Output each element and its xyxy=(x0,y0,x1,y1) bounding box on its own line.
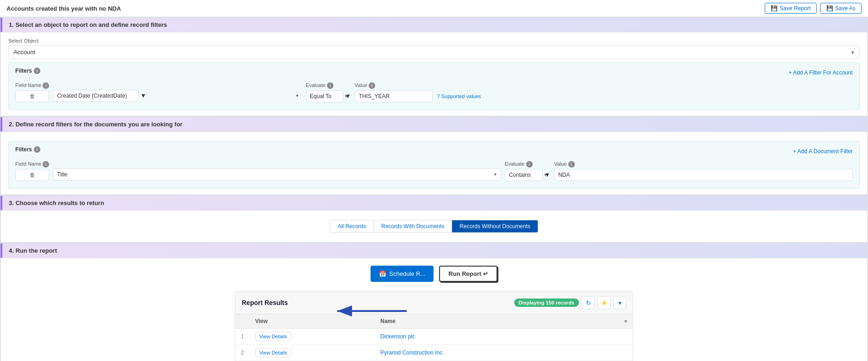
view-details-cell: View Details xyxy=(250,329,375,345)
step2-header: 2. Define record filters for the documen… xyxy=(0,117,868,131)
step2-value-info-icon[interactable]: i xyxy=(568,161,575,168)
step4-body: 📅 Schedule R... Run Report ↵ Report Resu… xyxy=(0,258,868,361)
step2-filters-bar: Filters i + Add A Document Filter Field … xyxy=(8,141,860,189)
step1-field-chevron: ▼ xyxy=(140,92,146,99)
step2-evaluate-select[interactable]: Contains xyxy=(505,169,543,181)
step2-body: Filters i + Add A Document Filter Field … xyxy=(0,131,868,195)
step1-section: 1. Select an object to report on and def… xyxy=(0,17,868,117)
step2-field-info-icon[interactable]: i xyxy=(43,161,49,168)
filters-info-icon[interactable]: i xyxy=(34,68,40,74)
step2-filter-row: Field Name i 🗑 Title ▼ xyxy=(15,161,853,181)
object-select-wrapper: Account xyxy=(8,45,860,59)
step2-delete-group: Field Name i 🗑 xyxy=(15,161,49,181)
report-results-container: Report Results Displaying 150 records ↻ … xyxy=(235,291,633,361)
step2-value-group: Value i xyxy=(554,161,853,181)
row-num: 1 xyxy=(235,329,250,345)
run-report-button[interactable]: Run Report ↵ xyxy=(439,266,497,282)
account-link[interactable]: Dickenson plc xyxy=(380,333,415,340)
step2-field-select-group: Title ▼ xyxy=(53,162,501,180)
step1-header: 1. Select an object to report on and def… xyxy=(0,18,868,32)
step3-header: 3. Choose which results to return xyxy=(0,196,868,210)
dropdown-button[interactable]: ▾ xyxy=(613,296,626,309)
step1-value-input[interactable] xyxy=(355,90,433,102)
results-table: View Name ▾ 1 View Details xyxy=(235,314,633,361)
evaluate-info-icon[interactable]: i xyxy=(327,82,333,89)
step4-header: 4. Run the report xyxy=(0,243,868,258)
select-object-label: Select Object xyxy=(8,38,860,44)
step3-body: All Records Records With Documents Recor… xyxy=(0,210,868,243)
step2-title-field-wrapper: Title ▼ xyxy=(53,168,501,180)
value-info-icon[interactable]: i xyxy=(369,82,375,89)
run-row: 📅 Schedule R... Run Report ↵ xyxy=(8,266,860,282)
step2-field-select[interactable]: Title xyxy=(53,168,501,180)
account-link[interactable]: Pyramid Construction Inc. xyxy=(380,349,444,356)
records-without-documents-button[interactable]: Records Without Documents xyxy=(452,220,538,232)
records-with-documents-button[interactable]: Records With Documents xyxy=(374,220,452,232)
view-details-button[interactable]: View Details xyxy=(255,348,291,357)
step1-field-select-group: Created Date (CreatedDate) ▼ xyxy=(53,83,302,102)
account-name-cell: Pyramid Construction Inc. xyxy=(375,345,633,361)
step1-filter-delete-button[interactable]: 🗑 xyxy=(15,90,49,102)
step2-evaluate-wrapper: Contains ▼ xyxy=(505,169,551,181)
step1-value-group: Value i ? Supported values xyxy=(355,82,853,102)
step1-field-select[interactable]: Created Date (CreatedDate) xyxy=(53,90,138,102)
col-view: View xyxy=(250,314,375,329)
save-as-icon: 💾 xyxy=(826,5,833,12)
object-select[interactable]: Account xyxy=(8,45,860,59)
view-details-cell: View Details xyxy=(250,345,375,361)
step1-evaluate-wrapper: Equal To ▼ xyxy=(306,90,351,102)
step1-evaluate-group: Evaluate i Equal To ▼ xyxy=(306,82,351,102)
step2-filters-title: Filters i xyxy=(15,146,40,153)
add-filter-account-button[interactable]: + Add A Filter For Account xyxy=(789,69,853,76)
save-report-button[interactable]: 💾 Save Report xyxy=(765,3,817,14)
step1-field-select-wrapper: Created Date (CreatedDate) ▼ xyxy=(53,90,302,102)
schedule-button[interactable]: 📅 Schedule R... xyxy=(371,266,434,282)
step2-evaluate-chevron: ▼ xyxy=(544,171,550,178)
supported-values-link[interactable]: ? Supported values xyxy=(437,93,481,99)
row-num: 2 xyxy=(235,345,250,361)
calendar-icon: 📅 xyxy=(379,270,386,277)
step2-filters-header: Filters i + Add A Document Filter xyxy=(15,146,853,156)
step1-filters-header: Filters i + Add A Filter For Account xyxy=(15,68,853,78)
field-name-info-icon[interactable]: i xyxy=(43,82,49,89)
results-actions: Displaying 150 records ↻ ⚡ ▾ xyxy=(514,296,626,309)
add-document-filter-button[interactable]: + Add A Document Filter xyxy=(793,148,853,155)
lightning-button[interactable]: ⚡ xyxy=(598,296,610,309)
results-toggle-group: All Records Records With Documents Recor… xyxy=(330,220,538,233)
top-bar: Accounts created this year with no NDA 💾… xyxy=(0,0,868,17)
step1-filters-bar: Filters i + Add A Filter For Account Fie… xyxy=(8,62,860,110)
refresh-button[interactable]: ↻ xyxy=(582,296,595,309)
table-row: 2 View Details Pyramid Construction Inc. xyxy=(235,345,633,361)
col-name: Name ▾ xyxy=(375,314,633,329)
step1-field-name-group: Field Name i 🗑 xyxy=(15,82,49,102)
displaying-badge: Displaying 150 records xyxy=(514,299,579,307)
step3-section: 3. Choose which results to return All Re… xyxy=(0,195,868,243)
step4-section: 4. Run the report 📅 Schedule R... Run Re… xyxy=(0,243,868,361)
step1-filter-row: Field Name i 🗑 Created Date (CreatedDate… xyxy=(15,82,853,102)
step1-evaluate-chevron: ▼ xyxy=(345,93,351,100)
step1-body: Select Object Account Filters i + Add A … xyxy=(0,32,868,116)
report-results-header: Report Results Displaying 150 records ↻ … xyxy=(235,292,633,314)
table-row: 1 View Details Dickenson plc xyxy=(235,329,633,345)
step1-filters-title: Filters i xyxy=(15,68,40,74)
view-details-button[interactable]: View Details xyxy=(255,332,291,341)
step2-evaluate-info-icon[interactable]: i xyxy=(526,161,533,168)
step2-value-input[interactable] xyxy=(554,169,853,181)
step2-section: 2. Define record filters for the documen… xyxy=(0,117,868,195)
step2-filter-delete-button[interactable]: 🗑 xyxy=(15,169,49,181)
account-name-cell: Dickenson plc xyxy=(375,329,633,345)
col-num xyxy=(235,314,250,329)
step2-filters-info-icon[interactable]: i xyxy=(34,146,40,153)
save-as-button[interactable]: 💾 Save As xyxy=(820,3,862,14)
step2-evaluate-group: Evaluate i Contains ▼ xyxy=(505,161,551,181)
step1-evaluate-select[interactable]: Equal To xyxy=(306,90,343,102)
page-title: Accounts created this year with no NDA xyxy=(6,5,121,12)
report-results-title: Report Results xyxy=(242,299,288,306)
save-icon: 💾 xyxy=(771,5,778,12)
name-col-chevron: ▾ xyxy=(624,318,627,324)
top-bar-actions: 💾 Save Report 💾 Save As xyxy=(765,3,862,14)
all-records-button[interactable]: All Records xyxy=(330,220,374,232)
